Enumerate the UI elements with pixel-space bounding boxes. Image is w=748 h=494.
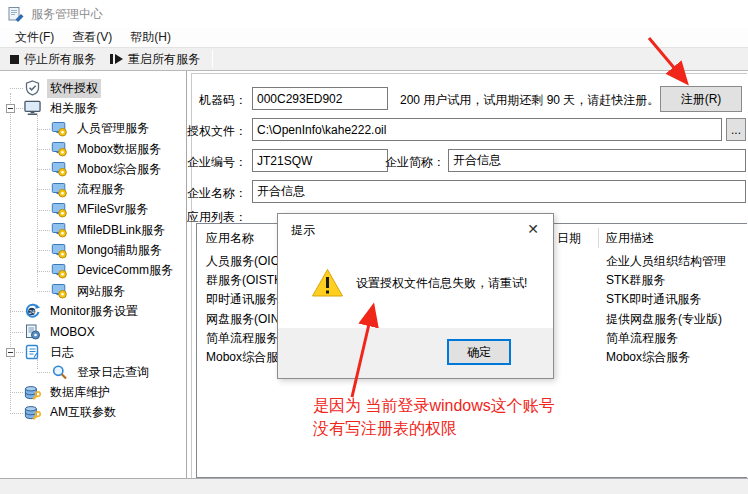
tree-item-label: Monitor服务设置 xyxy=(47,302,141,321)
titlebar: 服务管理中心 xyxy=(0,0,748,28)
restart-all-services-label: 重启所有服务 xyxy=(128,51,200,68)
log-icon xyxy=(24,344,42,360)
statusbar xyxy=(0,478,748,494)
tree-item-label: 流程服务 xyxy=(74,180,128,199)
stop-all-services-button[interactable]: 停止所有服务 xyxy=(4,49,104,70)
tree-item-mfilesvr-service[interactable]: MFileSvr服务 xyxy=(0,200,186,220)
service-icon xyxy=(51,283,69,299)
tree-item-personnel-service[interactable]: 人员管理服务 xyxy=(0,119,186,139)
menu-item-view[interactable]: 查看(V) xyxy=(63,27,121,48)
service-icon xyxy=(51,263,69,279)
stop-all-services-label: 停止所有服务 xyxy=(24,51,96,68)
restart-icon xyxy=(110,54,123,64)
tree-item-mongo-service[interactable]: Mongo辅助服务 xyxy=(0,240,186,260)
svg-text:24: 24 xyxy=(29,309,35,315)
toolbar: 停止所有服务 重启所有服务 xyxy=(0,47,748,71)
service-icon xyxy=(51,141,69,157)
column-header-date[interactable]: 日期 xyxy=(557,230,581,247)
window-title: 服务管理中心 xyxy=(31,6,103,23)
dialog-body: 设置授权文件信息失败，请重试! xyxy=(278,244,553,330)
app-desc-cell: STK即时通讯服务 xyxy=(606,291,701,308)
enterprise-no-input[interactable] xyxy=(252,149,388,172)
app-desc-cell: 企业人员组织结构管理 xyxy=(606,253,726,270)
tree-item-label: MfileDBLink服务 xyxy=(74,221,168,240)
service-icon xyxy=(51,182,69,198)
menu-item-help[interactable]: 帮助(H) xyxy=(121,27,180,48)
db-wrench-icon xyxy=(24,385,42,401)
tree-item-label: 相关服务 xyxy=(47,99,101,118)
dialog-titlebar: 提示 ✕ xyxy=(278,214,553,244)
service-management-window: 服务管理中心 文件(F)查看(V)帮助(H) 停止所有服务 重启所有服务 软件授… xyxy=(0,0,748,494)
sync-24-icon: 24 xyxy=(24,303,42,319)
tree-item-label: DeviceComm服务 xyxy=(74,261,176,280)
tree-item-database-maintenance[interactable]: 数据库维护 xyxy=(0,382,186,402)
service-icon xyxy=(51,121,69,137)
tree-item-workflow-service[interactable]: 流程服务 xyxy=(0,179,186,199)
app-desc-cell: Mobox综合服务 xyxy=(606,349,690,366)
tree-item-mfiledblink-service[interactable]: MfileDBLink服务 xyxy=(0,220,186,240)
monitor-icon xyxy=(24,100,42,116)
tree-item-label: 登录日志查询 xyxy=(74,363,152,382)
tree-item-software-license[interactable]: 软件授权 xyxy=(0,78,186,98)
menu-item-file[interactable]: 文件(F) xyxy=(6,27,63,48)
message-dialog: 提示 ✕ 设置授权文件信息失败，请重试! 确定 xyxy=(277,213,554,379)
stop-icon xyxy=(10,55,19,64)
mobox-icon xyxy=(24,324,42,340)
app-desc-cell: 简单流程服务 xyxy=(606,330,678,347)
column-header-desc[interactable]: 应用描述 xyxy=(606,230,654,247)
tree-item-label: 人员管理服务 xyxy=(74,119,152,138)
tree-item-monitor-settings[interactable]: 24Monitor服务设置 xyxy=(0,301,186,321)
collapse-expander-icon[interactable] xyxy=(6,348,15,357)
machine-code-label: 机器码： xyxy=(187,92,247,109)
tree-item-am-link-params[interactable]: AM互联参数 xyxy=(0,403,186,423)
tree-item-label: Mongo辅助服务 xyxy=(74,241,165,260)
tree-item-label: AM互联参数 xyxy=(47,403,119,422)
dialog-footer: 确定 xyxy=(278,328,553,378)
service-icon xyxy=(51,161,69,177)
license-file-input[interactable] xyxy=(252,118,722,141)
close-icon[interactable]: ✕ xyxy=(522,219,544,239)
trial-status-text: 200 用户试用，试用期还剩 90 天，请赶快注册。 xyxy=(400,92,659,109)
collapse-expander-icon[interactable] xyxy=(6,104,15,113)
tree-item-label: 网站服务 xyxy=(74,282,128,301)
dialog-title: 提示 xyxy=(291,222,315,239)
app-desc-cell: STK群服务 xyxy=(606,272,665,289)
enterprise-name-input[interactable] xyxy=(252,180,746,203)
tree-item-label: MFileSvr服务 xyxy=(74,200,151,219)
toolbar-separator xyxy=(212,50,213,68)
enterprise-short-input[interactable] xyxy=(448,149,746,172)
tree-item-mobox-data-service[interactable]: Mobox数据服务 xyxy=(0,139,186,159)
warning-icon xyxy=(311,268,344,298)
restart-all-services-button[interactable]: 重启所有服务 xyxy=(104,49,208,70)
column-header-name[interactable]: 应用名称 xyxy=(206,230,254,247)
service-icon xyxy=(51,243,69,259)
tree-item-devicecomm-service[interactable]: DeviceComm服务 xyxy=(0,261,186,281)
tree-item-related-services[interactable]: 相关服务 xyxy=(0,98,186,118)
tree-item-label: Mobox综合服务 xyxy=(74,160,164,179)
navigation-tree-panel: 软件授权相关服务人员管理服务Mobox数据服务Mobox综合服务流程服务MFil… xyxy=(0,71,187,478)
enterprise-short-label: 企业简称： xyxy=(385,154,445,171)
tree-item-website-service[interactable]: 网站服务 xyxy=(0,281,186,301)
service-icon xyxy=(51,222,69,238)
tree-item-login-log-query[interactable]: 登录日志查询 xyxy=(0,362,186,382)
tree-item-mobox[interactable]: MOBOX xyxy=(0,322,186,342)
machine-code-input[interactable] xyxy=(252,87,388,110)
ok-button[interactable]: 确定 xyxy=(447,339,511,365)
tree-item-label: Mobox数据服务 xyxy=(74,140,164,159)
browse-button[interactable]: ... xyxy=(726,118,746,141)
register-button[interactable]: 注册(R) xyxy=(660,86,742,112)
tree-item-mobox-composite-service[interactable]: Mobox综合服务 xyxy=(0,159,186,179)
service-icon xyxy=(51,202,69,218)
menubar: 文件(F)查看(V)帮助(H) xyxy=(0,28,748,47)
shield-check-icon xyxy=(24,80,42,96)
tree-item-label: 数据库维护 xyxy=(47,383,113,402)
tree-item-label: 软件授权 xyxy=(47,79,101,98)
tree-item-logs[interactable]: 日志 xyxy=(0,342,186,362)
db-wrench-icon xyxy=(24,405,42,421)
tree-item-label: 日志 xyxy=(47,343,77,362)
app-desc-cell: 提供网盘服务(专业版) xyxy=(606,311,722,328)
enterprise-no-label: 企业编号： xyxy=(187,154,247,171)
search-icon xyxy=(51,364,69,380)
tree-item-label: MOBOX xyxy=(47,324,98,340)
license-file-label: 授权文件： xyxy=(187,123,247,140)
